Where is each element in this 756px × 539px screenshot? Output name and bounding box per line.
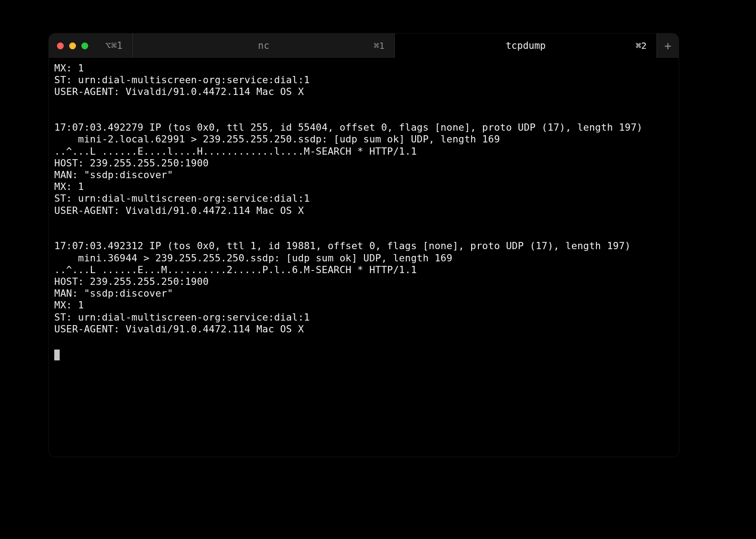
terminal-window: ⌥⌘1 nc ⌘1 tcpdump ⌘2 + MX: 1 ST: urn:dia… <box>49 33 679 457</box>
terminal-output: MX: 1 ST: urn:dial-multiscreen-org:servi… <box>54 62 673 347</box>
window-shortcut-label: ⌥⌘1 <box>88 33 123 58</box>
tab-nc[interactable]: nc ⌘1 <box>132 33 395 58</box>
zoom-icon[interactable] <box>81 43 88 49</box>
tab-shortcut-label: ⌘2 <box>636 40 647 51</box>
traffic-lights <box>49 33 88 58</box>
tab-shortcut-label: ⌘1 <box>373 40 384 51</box>
tab-title: tcpdump <box>506 40 546 51</box>
cursor-block-icon <box>54 350 60 360</box>
close-icon[interactable] <box>57 43 64 49</box>
minimize-icon[interactable] <box>69 43 76 49</box>
new-tab-button[interactable]: + <box>657 33 679 58</box>
terminal-body[interactable]: MX: 1 ST: urn:dial-multiscreen-org:servi… <box>49 58 679 457</box>
plus-icon: + <box>664 39 671 52</box>
titlebar[interactable]: ⌥⌘1 nc ⌘1 tcpdump ⌘2 + <box>49 33 679 58</box>
tabs: nc ⌘1 tcpdump ⌘2 <box>132 33 657 58</box>
tab-title: nc <box>258 40 269 51</box>
tab-tcpdump[interactable]: tcpdump ⌘2 <box>394 33 657 58</box>
